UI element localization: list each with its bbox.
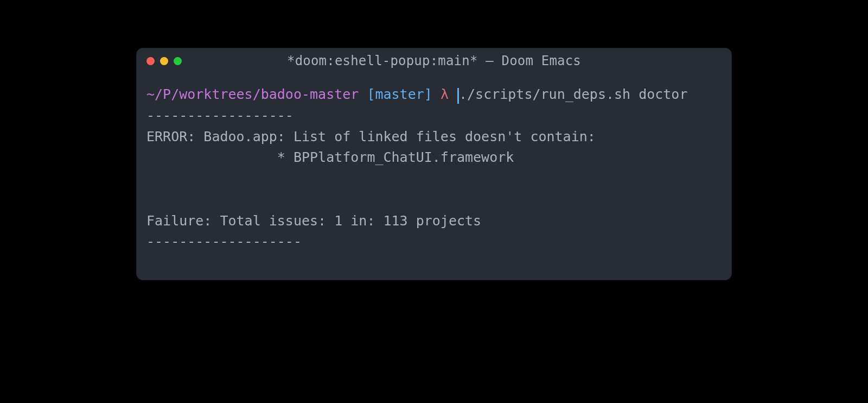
traffic-lights xyxy=(146,57,182,65)
maximize-icon[interactable] xyxy=(174,57,182,65)
command-text: ./scripts/run_deps.sh doctor xyxy=(459,86,687,102)
error-line: ERROR: Badoo.app: List of linked files d… xyxy=(146,129,596,144)
terminal-window: *doom:eshell-popup:main* – Doom Emacs ~/… xyxy=(136,48,732,280)
terminal-body[interactable]: ~/P/worktrees/badoo-master [master] λ ./… xyxy=(137,73,731,280)
close-icon[interactable] xyxy=(146,57,155,65)
prompt-branch: [master] xyxy=(367,86,432,102)
prompt-lambda: λ xyxy=(441,86,449,102)
window-title: *doom:eshell-popup:main* – Doom Emacs xyxy=(146,53,722,68)
prompt-path: ~/P/worktrees/badoo-master xyxy=(146,86,359,102)
minimize-icon[interactable] xyxy=(160,57,168,65)
titlebar: *doom:eshell-popup:main* – Doom Emacs xyxy=(137,48,731,73)
separator-line: ------------------ xyxy=(146,108,293,123)
error-item-line: * BPPlatform_ChatUI.framework xyxy=(146,149,514,165)
failure-line: Failure: Total issues: 1 in: 113 project… xyxy=(146,213,481,229)
cursor-icon xyxy=(457,88,459,104)
separator-line: ------------------- xyxy=(146,234,302,249)
